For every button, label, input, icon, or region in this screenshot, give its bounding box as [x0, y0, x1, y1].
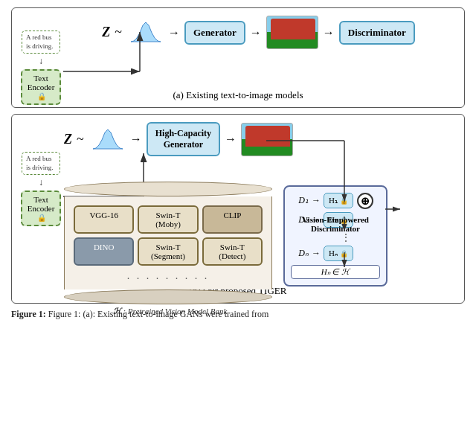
bus-image-b	[241, 123, 293, 156]
diagram-a: Z ~ → Generator → → Discriminator A red …	[11, 7, 465, 108]
hn-in-h-label: Hₙ ∈ ℋ	[291, 265, 380, 279]
h1-box: H₁ 🔒	[324, 193, 353, 208]
model-vgg16: VGG-16	[74, 205, 134, 234]
caption-a: (a) Existing text-to-image models	[21, 89, 455, 101]
disc-dots: ⋮	[313, 231, 380, 244]
model-dino: DINO	[74, 237, 134, 266]
disc-row-n: Dₙ → Hₙ 🔒	[291, 246, 380, 261]
model-swint-detect: Swin-T(Detect)	[202, 237, 263, 266]
arrow-3a: →	[323, 26, 335, 39]
model-bank: VGG-16 Swin-T(Moby) CLIP DINO Swin-T(Seg…	[64, 182, 276, 316]
lock-icon-b: 🔒	[37, 214, 46, 222]
arrow-2b: →	[225, 132, 237, 146]
arrow-up-a: ↓	[39, 56, 43, 67]
svg-marker-4	[93, 129, 123, 149]
generator-box-a: Generator	[184, 21, 245, 45]
z-label-b: Z	[64, 132, 72, 147]
main-container: Z ~ → Generator → → Discriminator A red …	[0, 0, 476, 327]
dots-row: . . . . . . . . .	[71, 270, 266, 282]
model-grid: VGG-16 Swin-T(Moby) CLIP DINO Swin-T(Seg…	[71, 202, 266, 269]
text-box-b: A red bus is driving.	[22, 152, 60, 175]
dn-label: Dₙ	[291, 248, 309, 259]
arrow-1a: →	[168, 26, 180, 39]
model-clip: CLIP	[202, 205, 263, 234]
model-swint-segment: Swin-T(Segment)	[138, 237, 198, 266]
tilde-a: ~	[115, 25, 122, 40]
hn-box: Hₙ 🔒	[324, 246, 353, 261]
model-swint-moby: Swin-T(Moby)	[138, 205, 198, 234]
plus-circle-container: ⊕	[357, 193, 373, 209]
cylinder-bottom	[64, 289, 272, 304]
arrow-dn: →	[312, 248, 321, 259]
z-label-a: Z	[102, 25, 110, 40]
plus-circle: ⊕	[357, 193, 373, 209]
generator-box-b: High-CapacityGenerator	[147, 122, 220, 156]
text-box-a: A red bus is driving.	[22, 31, 60, 54]
cylinder-body: VGG-16 Swin-T(Moby) CLIP DINO Swin-T(Seg…	[64, 196, 272, 289]
tilde-b: ~	[77, 132, 84, 147]
gaussian-b	[90, 127, 126, 153]
arrow-2a: →	[250, 26, 262, 39]
figure-label: Figure 1:	[11, 309, 46, 319]
text-encoder-b: Text Encoder 🔒	[21, 191, 61, 226]
svg-marker-0	[131, 22, 161, 42]
lock-icon-a: 🔒	[37, 92, 46, 100]
d1-label: D₁	[291, 195, 309, 206]
arrow-d1: →	[312, 195, 321, 206]
gaussian-a	[128, 19, 164, 45]
diagram-b: Z ~ → High-CapacityGenerator → A red bus…	[11, 114, 465, 304]
discriminator-box-a: Discriminator	[339, 21, 415, 45]
vision-empowered-label: Vision-EmpoweredDiscriminator	[302, 215, 369, 233]
text-encoder-a: Text Encoder 🔒	[21, 69, 61, 105]
arrow-1b: →	[130, 132, 142, 146]
arrow-down-b: ↓	[39, 177, 43, 188]
cylinder-top	[64, 182, 272, 196]
model-bank-label: ℋ : Pretrained Vision Model Bank	[64, 307, 276, 316]
bus-image-a	[266, 16, 318, 49]
